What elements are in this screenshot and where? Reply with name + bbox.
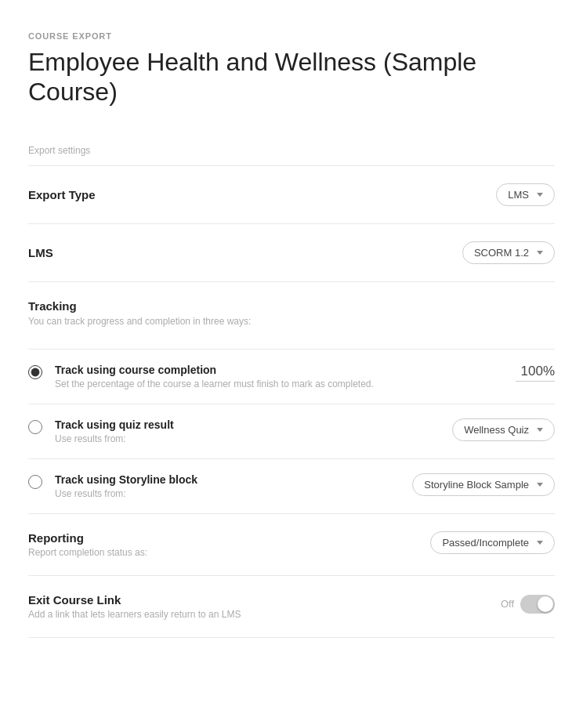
track-course-completion-subtitle: Set the percentage of the course a learn… xyxy=(55,378,503,389)
radio-wrap-course-completion[interactable] xyxy=(28,365,42,382)
export-type-row: Export Type LMS xyxy=(28,166,555,224)
quiz-result-value: Wellness Quiz xyxy=(464,424,529,436)
storyline-block-dropdown[interactable]: Storyline Block Sample xyxy=(412,473,555,496)
track-storyline-block-title: Track using Storyline block xyxy=(55,473,400,486)
track-quiz-result-title: Track using quiz result xyxy=(55,418,440,431)
track-course-completion-title: Track using course completion xyxy=(55,364,503,376)
track-option-storyline-block: Track using Storyline block Use results … xyxy=(28,458,555,513)
lms-label: LMS xyxy=(28,246,53,259)
toggle-label: Off xyxy=(501,598,514,610)
reporting-value: Passed/Incomplete xyxy=(442,537,529,549)
reporting-chevron-icon xyxy=(537,541,543,545)
toggle-wrap: Off xyxy=(501,595,555,614)
tracking-options-container: Track using course completion Set the pe… xyxy=(28,349,555,514)
exit-text: Exit Course Link Add a link that lets le… xyxy=(28,593,241,620)
track-option-quiz-result: Track using quiz result Use results from… xyxy=(28,404,555,458)
export-type-chevron-icon xyxy=(537,193,543,197)
radio-wrap-storyline-block[interactable] xyxy=(28,475,42,492)
track-content-course-completion: Track using course completion Set the pe… xyxy=(55,364,503,389)
track-storyline-block-subtitle: Use results from: xyxy=(55,488,400,499)
lms-chevron-icon xyxy=(537,251,543,255)
tracking-section: Tracking You can track progress and comp… xyxy=(28,282,555,349)
track-content-quiz-result: Track using quiz result Use results from… xyxy=(55,418,440,444)
storyline-block-chevron-icon xyxy=(537,483,543,487)
header: COURSE EXPORT Employee Health and Wellne… xyxy=(28,31,555,107)
tracking-title: Tracking xyxy=(28,299,555,313)
track-option-course-completion: Track using course completion Set the pe… xyxy=(28,350,555,404)
lms-row: LMS SCORM 1.2 xyxy=(28,224,555,282)
exit-title: Exit Course Link xyxy=(28,593,241,607)
page-container: COURSE EXPORT Employee Health and Wellne… xyxy=(0,0,583,728)
exit-row: Exit Course Link Add a link that lets le… xyxy=(28,593,555,620)
radio-storyline-block[interactable] xyxy=(28,475,42,489)
toggle-thumb xyxy=(538,596,553,612)
percentage-value[interactable]: 100% xyxy=(516,364,555,382)
reporting-section: Reporting Report completion status as: P… xyxy=(28,514,555,576)
reporting-title: Reporting xyxy=(28,531,147,545)
track-content-storyline-block: Track using Storyline block Use results … xyxy=(55,473,400,499)
quiz-result-chevron-icon xyxy=(537,428,543,432)
export-type-value: LMS xyxy=(508,189,529,201)
course-export-label: COURSE EXPORT xyxy=(28,31,555,41)
quiz-result-dropdown[interactable]: Wellness Quiz xyxy=(452,418,555,441)
export-type-label: Export Type xyxy=(28,188,96,201)
track-quiz-result-subtitle: Use results from: xyxy=(55,433,440,444)
radio-course-completion[interactable] xyxy=(28,365,42,379)
lms-value: SCORM 1.2 xyxy=(474,247,529,259)
exit-course-link-section: Exit Course Link Add a link that lets le… xyxy=(28,576,555,638)
exit-course-link-toggle[interactable] xyxy=(520,595,555,614)
page-title: Employee Health and Wellness (Sample Cou… xyxy=(28,47,555,107)
track-control-storyline-dropdown: Storyline Block Sample xyxy=(412,473,555,496)
storyline-block-value: Storyline Block Sample xyxy=(424,479,529,491)
radio-quiz-result[interactable] xyxy=(28,420,42,434)
reporting-subtitle: Report completion status as: xyxy=(28,547,147,558)
reporting-dropdown[interactable]: Passed/Incomplete xyxy=(430,531,555,554)
export-settings-label: Export settings xyxy=(28,145,555,156)
lms-dropdown[interactable]: SCORM 1.2 xyxy=(462,241,555,264)
track-control-percentage: 100% xyxy=(516,364,555,382)
reporting-text: Reporting Report completion status as: xyxy=(28,531,147,558)
reporting-row: Reporting Report completion status as: P… xyxy=(28,531,555,558)
exit-subtitle: Add a link that lets learners easily ret… xyxy=(28,609,241,620)
radio-wrap-quiz-result[interactable] xyxy=(28,420,42,437)
tracking-subtitle: You can track progress and completion in… xyxy=(28,316,555,327)
track-control-quiz-dropdown: Wellness Quiz xyxy=(452,418,555,441)
export-type-dropdown[interactable]: LMS xyxy=(496,183,555,206)
